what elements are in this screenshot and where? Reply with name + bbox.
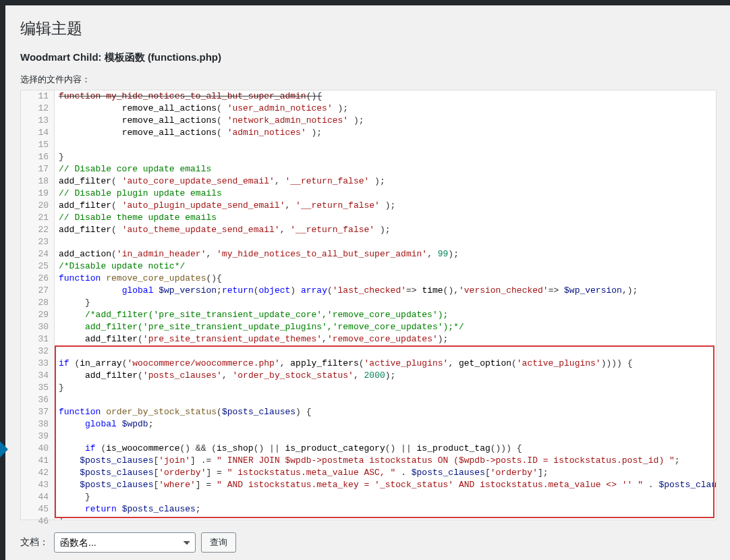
code-line[interactable]: [59, 345, 716, 358]
code-line[interactable]: if (in_array('woocommerce/woocommerce.ph…: [59, 358, 716, 370]
line-number: 29: [26, 309, 49, 321]
code-line[interactable]: // Disable theme update emails: [59, 212, 716, 224]
code-line[interactable]: remove_all_actions( 'user_admin_notices'…: [59, 103, 716, 115]
code-line[interactable]: add_filter('pre_site_transient_update_pl…: [59, 321, 716, 333]
line-number: 17: [26, 163, 49, 175]
line-number: 16: [26, 151, 49, 163]
line-number: 33: [26, 358, 49, 370]
code-line[interactable]: global $wp_version;return(object) array(…: [59, 285, 716, 297]
line-number: 28: [26, 297, 49, 309]
line-number: 21: [26, 212, 49, 224]
code-line[interactable]: /*add_filter('pre_site_transient_update_…: [59, 309, 716, 321]
code-line[interactable]: add_filter( 'auto_plugin_update_send_ema…: [59, 200, 716, 212]
line-number: 44: [26, 491, 49, 503]
line-number: 14: [26, 127, 49, 139]
code-line[interactable]: // Disable plugin update emails: [59, 188, 716, 200]
code-line[interactable]: }: [59, 491, 716, 503]
line-number: 24: [26, 248, 49, 260]
page-title: 编辑主题: [20, 12, 717, 51]
code-line[interactable]: add_filter('pre_site_transient_update_th…: [59, 333, 716, 345]
line-number: 27: [26, 285, 49, 297]
line-number: 23: [26, 236, 49, 248]
line-number: 40: [26, 443, 49, 455]
line-number: 34: [26, 370, 49, 382]
line-number: 30: [26, 321, 49, 333]
code-line[interactable]: add_action('in_admin_header', 'my_hide_n…: [59, 248, 716, 260]
code-line[interactable]: $posts_clauses['join'] .= " INNER JOIN $…: [59, 455, 716, 467]
line-number: 20: [26, 200, 49, 212]
line-number: 43: [26, 479, 49, 491]
code-line[interactable]: }: [59, 382, 716, 394]
line-number: 35: [26, 382, 49, 394]
line-number: 18: [26, 175, 49, 188]
code-line[interactable]: }: [59, 151, 716, 163]
code-line[interactable]: function remove_core_updates(){: [59, 273, 716, 285]
code-line[interactable]: [59, 236, 716, 248]
line-number: 46: [26, 515, 49, 520]
code-line[interactable]: [59, 139, 716, 151]
code-line[interactable]: [59, 430, 716, 443]
line-number: 11: [26, 90, 49, 103]
line-number: 25: [26, 260, 49, 273]
code-line[interactable]: }: [59, 297, 716, 309]
line-number: 12: [26, 103, 49, 115]
line-number: 19: [26, 188, 49, 200]
file-subtitle: Woodmart Child: 模板函数 (functions.php): [20, 51, 717, 64]
line-number: 37: [26, 406, 49, 418]
code-line[interactable]: function my_hide_notices_to_all_but_supe…: [59, 90, 716, 103]
theme-editor-wrap: 编辑主题 Woodmart Child: 模板函数 (functions.php…: [0, 5, 730, 560]
line-number: 22: [26, 224, 49, 236]
line-number: 31: [26, 333, 49, 345]
line-number: 36: [26, 394, 49, 406]
code-line[interactable]: add_filter('posts_clauses', 'order_by_st…: [59, 370, 716, 382]
function-name-select[interactable]: 函数名...: [54, 532, 196, 553]
code-line[interactable]: function order_by_stock_status($posts_cl…: [59, 406, 716, 418]
code-line[interactable]: add_filter( 'auto_core_update_send_email…: [59, 175, 716, 188]
code-line[interactable]: global $wpdb;: [59, 418, 716, 430]
code-line[interactable]: remove_all_actions( 'network_admin_notic…: [59, 115, 716, 127]
code-line[interactable]: [59, 394, 716, 406]
code-line[interactable]: // Disable core update emails: [59, 163, 716, 175]
code-line[interactable]: $posts_clauses['where'] = " AND istockst…: [59, 479, 716, 491]
documentation-row: 文档： 函数名... 查询: [20, 532, 717, 553]
code-line[interactable]: $posts_clauses['orderby'] = " istockstat…: [59, 467, 716, 479]
content-label: 选择的文件内容：: [20, 74, 717, 86]
line-number: 15: [26, 139, 49, 151]
code-line[interactable]: }: [59, 515, 716, 520]
line-number: 41: [26, 455, 49, 467]
line-number: 45: [26, 503, 49, 515]
code-textarea[interactable]: function my_hide_notices_to_all_but_supe…: [55, 90, 716, 520]
code-line[interactable]: add_filter( 'auto_theme_update_send_emai…: [59, 224, 716, 236]
code-line[interactable]: return $posts_clauses;: [59, 503, 716, 515]
line-number: 26: [26, 273, 49, 285]
code-line[interactable]: if (is_woocommerce() && (is_shop() || is…: [59, 443, 716, 455]
line-number: 32: [26, 345, 49, 358]
line-number: 42: [26, 467, 49, 479]
admin-menu-sliver: [0, 0, 5, 560]
documentation-label: 文档：: [20, 536, 49, 549]
line-number: 39: [26, 430, 49, 443]
admin-bar-sliver: [0, 0, 730, 5]
line-number: 38: [26, 418, 49, 430]
code-editor[interactable]: 1112131415161718192021222324252627282930…: [20, 90, 717, 520]
line-number: 13: [26, 115, 49, 127]
line-number-gutter: 1112131415161718192021222324252627282930…: [21, 90, 55, 520]
lookup-button[interactable]: 查询: [201, 532, 236, 553]
code-line[interactable]: /*Disable update notic*/: [59, 260, 716, 273]
code-line[interactable]: remove_all_actions( 'admin_notices' );: [59, 127, 716, 139]
